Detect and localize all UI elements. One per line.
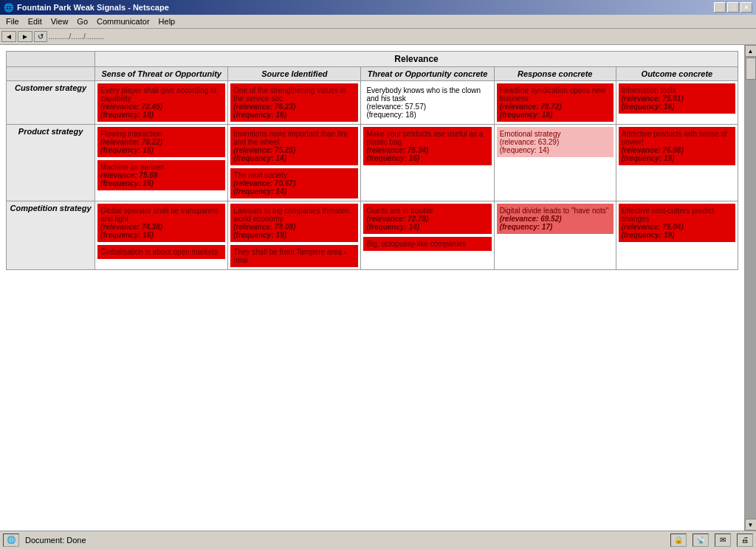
cell-content: Digital divide leads to "have nots" (rel… — [497, 204, 614, 234]
statusbar: 🌐 Document: Done 🔒 📡 ✉ 🖨 — [0, 531, 756, 548]
cell-content-top: Lawsuits to big companies threaten world… — [230, 204, 358, 242]
cell-content: One of the strengthening values in the s… — [230, 83, 358, 122]
close-button[interactable]: × — [740, 2, 752, 13]
title-left: 🌐 Fountain Park Weak Signals - Netscape — [4, 3, 169, 13]
cell-product-3: Emotional strategy (relevance: 63.29) (f… — [494, 125, 616, 201]
app-icon: 🌐 — [4, 3, 14, 13]
row-label-competition: Competition strategy — [7, 201, 95, 270]
table-row: Customer strategy Every player shall giv… — [7, 81, 738, 125]
cell-content: Headline syndication opens new business … — [497, 83, 614, 122]
cell-container: Global operator shall be transparent and… — [97, 204, 225, 259]
cell-content-top: Global operator shall be transparent and… — [97, 204, 225, 242]
scroll-down-button[interactable]: ▼ — [745, 519, 757, 531]
row-label-product: Product strategy — [7, 125, 95, 201]
table-row: Competition strategy Global operator sha… — [7, 201, 738, 270]
status-icon-5: 🖨 — [737, 534, 753, 547]
cell-content-bottom: They shall be from Tampere area - near — [230, 245, 358, 267]
cell-content: Emotional strategy (relevance: 63.29) (f… — [497, 127, 614, 157]
window-title: Fountain Park Weak Signals - Netscape — [17, 3, 169, 12]
col-header-1: Source Identified — [228, 67, 361, 81]
menubar: File Edit View Go Communicator Help — [0, 15, 756, 29]
status-icon-4: ✉ — [715, 534, 731, 547]
toolbar-back[interactable]: ◄ — [1, 31, 16, 42]
toolbar-reload[interactable]: ↺ — [34, 31, 47, 42]
cell-content: Make your products ase useful as a plast… — [363, 127, 491, 165]
menu-communicator[interactable]: Communicator — [92, 16, 154, 27]
menu-help[interactable]: Help — [154, 16, 180, 27]
cell-competition-2: Giants are in trouble (relevance: 72.78)… — [361, 201, 494, 270]
maximize-button[interactable]: □ — [727, 2, 739, 13]
status-icon-3: 📡 — [693, 534, 709, 547]
cell-customer-4: Information tools (relevance: 75.01) (fr… — [616, 81, 738, 125]
col-header-3: Response concrete — [494, 67, 616, 81]
cell-content-bottom: Machine as partner relevance: 75.69 (fre… — [97, 160, 225, 190]
cell-competition-1: Lawsuits to big companies threaten world… — [228, 201, 361, 270]
table-row: Product strategy Flowing interaction (re… — [7, 125, 738, 201]
status-icon: 🌐 — [3, 534, 19, 547]
cell-content-top: Flowing interaction (relevance: 78.22) (… — [97, 127, 225, 157]
menu-edit[interactable]: Edit — [24, 16, 47, 27]
minimize-button[interactable]: _ — [714, 2, 726, 13]
cell-customer-0: Every player shall give according to cap… — [95, 81, 228, 125]
relevance-table: Relevance Sense of Threat or Opportunity… — [6, 51, 738, 270]
col-header-4: Outcome concrete — [616, 67, 738, 81]
toolbar: ◄ ► ↺ ........../....../......... — [0, 29, 756, 45]
cell-content: Effective cost-cutters predict changes (… — [619, 204, 735, 242]
cell-content: Information tools (relevance: 75.01) (fr… — [619, 83, 735, 114]
menu-file[interactable]: File — [1, 16, 24, 27]
cell-product-1: Inventions more important than fire and … — [228, 125, 361, 201]
status-text: Document: Done — [25, 536, 86, 545]
cell-content-bottom: Big, octopussy-like companies — [363, 237, 491, 251]
status-icon-2: 🔒 — [670, 534, 687, 547]
window-controls[interactable]: _ □ × — [714, 2, 752, 13]
cell-product-0: Flowing interaction (relevance: 78.22) (… — [95, 125, 228, 201]
menu-go[interactable]: Go — [72, 16, 92, 27]
cell-content: Every player shall give according to cap… — [97, 83, 225, 122]
title-bar: 🌐 Fountain Park Weak Signals - Netscape … — [0, 0, 756, 15]
main-content[interactable]: Relevance Sense of Threat or Opportunity… — [0, 45, 744, 531]
cell-customer-3: Headline syndication opens new business … — [494, 81, 616, 125]
cell-customer-2: Everybody knows who is the clown and his… — [361, 81, 494, 125]
cell-content-top: Giants are in trouble (relevance: 72.78)… — [363, 204, 491, 234]
cell-product-4: Addictive products with sense of power! … — [616, 125, 738, 201]
menu-view[interactable]: View — [47, 16, 73, 27]
col-header-0: Sense of Threat or Opportunity — [95, 67, 228, 81]
cell-container: Lawsuits to big companies threaten world… — [230, 204, 358, 267]
scrollbar[interactable]: ▲ ▼ — [744, 45, 756, 531]
cell-container: Inventions more important than fire and … — [230, 127, 358, 198]
corner-cell — [7, 52, 95, 67]
cell-competition-0: Global operator shall be transparent and… — [95, 201, 228, 270]
cell-customer-1: One of the strengthening values in the s… — [228, 81, 361, 125]
toolbar-address: ........../....../......... — [49, 32, 104, 41]
cell-content-bottom: The next society (relevance: 70.67) (fre… — [230, 168, 358, 198]
scrollbar-track[interactable] — [745, 57, 757, 519]
cell-content: Everybody knows who is the clown and his… — [363, 83, 491, 122]
cell-content-top: Inventions more important than fire and … — [230, 127, 358, 165]
cell-container: Giants are in trouble (relevance: 72.78)… — [363, 204, 491, 251]
col-header-2: Threat or Opportunity concrete — [361, 67, 494, 81]
cell-product-2: Make your products ase useful as a plast… — [361, 125, 494, 201]
relevance-header: Relevance — [95, 52, 738, 67]
scroll-up-button[interactable]: ▲ — [745, 45, 757, 57]
row-label-customer: Customer strategy — [7, 81, 95, 125]
toolbar-forward[interactable]: ► — [18, 31, 32, 42]
cell-container: Flowing interaction (relevance: 78.22) (… — [97, 127, 225, 190]
cell-content-bottom: Globalisation is about open markets — [97, 245, 225, 259]
cell-competition-3: Digital divide leads to "have nots" (rel… — [494, 201, 616, 270]
cell-competition-4: Effective cost-cutters predict changes (… — [616, 201, 738, 270]
content-area: Relevance Sense of Threat or Opportunity… — [0, 45, 756, 531]
row-label-header — [7, 67, 95, 81]
scrollbar-thumb[interactable] — [746, 58, 756, 80]
cell-content: Addictive products with sense of power! … — [619, 127, 735, 165]
